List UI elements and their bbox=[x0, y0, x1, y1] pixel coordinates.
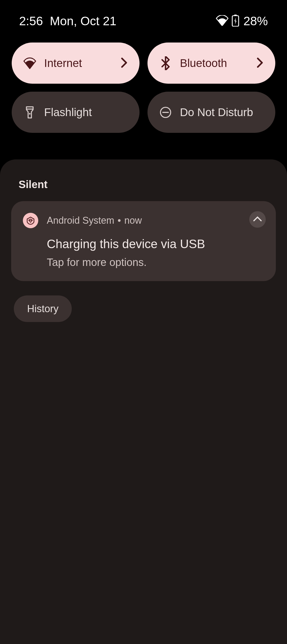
wifi-icon bbox=[216, 15, 229, 27]
status-left: 2:56 Mon, Oct 21 bbox=[19, 14, 116, 28]
status-right: 28% bbox=[216, 14, 268, 28]
qs-label: Flashlight bbox=[44, 106, 128, 119]
history-label: History bbox=[27, 303, 58, 315]
qs-tile-internet[interactable]: Internet bbox=[12, 43, 140, 84]
notification-meta: Android System • now bbox=[47, 215, 142, 226]
collapse-button[interactable] bbox=[249, 211, 266, 228]
quick-settings-grid: Internet Bluetooth Flashlight bbox=[0, 29, 287, 133]
chevron-right-icon bbox=[256, 57, 264, 69]
notification-title: Charging this device via USB bbox=[47, 237, 264, 251]
chevron-up-icon bbox=[253, 216, 262, 223]
separator-dot: • bbox=[118, 215, 121, 226]
qs-tile-bluetooth[interactable]: Bluetooth bbox=[147, 43, 275, 84]
history-button[interactable]: History bbox=[14, 295, 72, 322]
notification-app-name: Android System bbox=[47, 215, 114, 226]
notification-timestamp: now bbox=[124, 215, 142, 226]
notification-body: Charging this device via USB Tap for mor… bbox=[47, 237, 264, 268]
svg-rect-1 bbox=[234, 15, 237, 16]
battery-percentage: 28% bbox=[243, 14, 268, 28]
status-bar: 2:56 Mon, Oct 21 28% bbox=[0, 0, 287, 29]
status-date: Mon, Oct 21 bbox=[50, 14, 117, 28]
notification-header: Android System • now bbox=[23, 213, 264, 228]
notification-panel[interactable]: Silent Android System • now Charging th bbox=[0, 159, 287, 644]
flashlight-icon bbox=[23, 106, 36, 119]
android-system-icon bbox=[23, 213, 38, 228]
qs-label: Do Not Disturb bbox=[180, 106, 264, 119]
wifi-icon bbox=[23, 57, 36, 70]
notification-card[interactable]: Android System • now Charging this devic… bbox=[11, 201, 276, 281]
svg-point-2 bbox=[29, 113, 31, 115]
bluetooth-icon bbox=[159, 57, 172, 70]
qs-label: Bluetooth bbox=[180, 57, 248, 70]
chevron-right-icon bbox=[120, 57, 128, 69]
notification-text: Tap for more options. bbox=[47, 256, 264, 268]
qs-label: Internet bbox=[44, 57, 112, 70]
battery-charging-icon bbox=[232, 14, 239, 28]
qs-tile-dnd[interactable]: Do Not Disturb bbox=[147, 92, 275, 133]
qs-tile-flashlight[interactable]: Flashlight bbox=[12, 92, 140, 133]
dnd-icon bbox=[159, 106, 172, 119]
notification-section-header: Silent bbox=[11, 179, 276, 201]
status-time: 2:56 bbox=[19, 14, 43, 28]
